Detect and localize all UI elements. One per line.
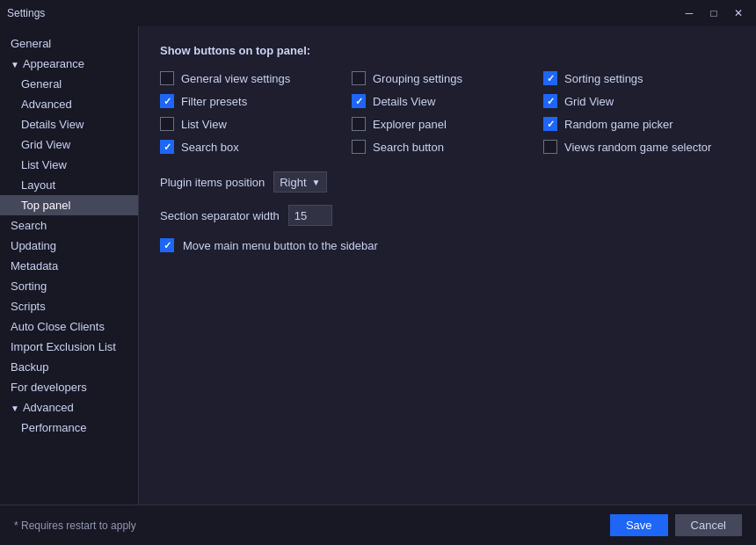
sidebar-item-appearance-general[interactable]: General	[0, 74, 138, 94]
sidebar: General▼AppearanceGeneralAdvancedDetails…	[0, 26, 139, 505]
checkbox-item-explorer-panel[interactable]: Explorer panel	[352, 117, 543, 131]
checkbox-details-view[interactable]	[352, 94, 366, 108]
sidebar-item-scripts[interactable]: Scripts	[0, 296, 138, 316]
sidebar-item-sorting[interactable]: Sorting	[0, 276, 138, 296]
checkbox-list-view[interactable]	[160, 117, 174, 131]
checkbox-explorer-panel[interactable]	[352, 117, 366, 131]
plugin-items-label: Plugin items position	[160, 176, 265, 189]
save-button[interactable]: Save	[610, 514, 668, 536]
checkbox-label-grouping-settings: Grouping settings	[373, 72, 462, 85]
checkbox-label-general-view-settings: General view settings	[181, 72, 290, 85]
sidebar-item-updating[interactable]: Updating	[0, 236, 138, 256]
checkbox-item-sorting-settings[interactable]: Sorting settings	[543, 71, 735, 85]
sidebar-item-backup[interactable]: Backup	[0, 357, 138, 377]
checkbox-search-box[interactable]	[160, 140, 174, 154]
close-button[interactable]: ✕	[728, 4, 749, 22]
checkbox-item-search-box[interactable]: Search box	[160, 140, 352, 154]
checkbox-label-list-view: List View	[181, 118, 227, 131]
checkbox-label-explorer-panel: Explorer panel	[373, 118, 447, 131]
checkbox-label-grid-view: Grid View	[564, 95, 614, 108]
checkbox-label-random-game-picker: Random game picker	[564, 118, 673, 131]
sidebar-item-importexclusion[interactable]: Import Exclusion List	[0, 337, 138, 357]
bottom-buttons: Save Cancel	[610, 514, 742, 536]
checkbox-sorting-settings[interactable]	[543, 71, 557, 85]
checkbox-item-search-button[interactable]: Search button	[352, 140, 543, 154]
sidebar-item-advanced-performance[interactable]: Performance	[0, 418, 138, 438]
checkbox-item-details-view[interactable]: Details View	[352, 94, 543, 108]
dropdown-arrow-icon: ▼	[312, 178, 321, 187]
checkbox-label-details-view: Details View	[373, 95, 435, 108]
minimize-button[interactable]: ─	[679, 4, 700, 22]
section-title: Show buttons on top panel:	[160, 44, 735, 57]
checkbox-views-random-game-selector[interactable]	[543, 140, 557, 154]
plugin-items-value: Right	[280, 176, 306, 189]
bottom-bar: * Requires restart to apply Save Cancel	[0, 505, 756, 545]
maximize-button[interactable]: □	[703, 4, 724, 22]
checkbox-label-views-random-game-selector: Views random game selector	[564, 141, 711, 154]
sidebar-item-appearance-grid[interactable]: Grid View	[0, 134, 138, 155]
title-bar-controls: ─ □ ✕	[679, 4, 749, 22]
checkboxes-grid: General view settingsGrouping settingsSo…	[160, 71, 735, 154]
checkbox-general-view-settings[interactable]	[160, 71, 174, 85]
checkbox-item-grouping-settings[interactable]: Grouping settings	[352, 71, 543, 85]
checkbox-item-list-view[interactable]: List View	[160, 117, 352, 131]
checkbox-grouping-settings[interactable]	[352, 71, 366, 85]
checkbox-label-search-box: Search box	[181, 141, 239, 154]
title-bar-title: Settings	[7, 7, 45, 19]
title-bar: Settings ─ □ ✕	[0, 0, 756, 26]
checkbox-item-views-random-game-selector[interactable]: Views random game selector	[543, 140, 735, 154]
sidebar-item-fordevelopers[interactable]: For developers	[0, 377, 138, 397]
section-separator-label: Section separator width	[160, 209, 280, 222]
sidebar-item-appearance-advanced[interactable]: Advanced	[0, 94, 138, 114]
move-main-menu-label: Move main menu button to the sidebar	[183, 239, 378, 252]
checkbox-item-grid-view[interactable]: Grid View	[543, 94, 735, 108]
section-separator-row: Section separator width	[160, 205, 735, 226]
sidebar-item-appearance-details[interactable]: Details View	[0, 114, 138, 134]
checkbox-filter-presets[interactable]	[160, 94, 174, 108]
checkbox-search-button[interactable]	[352, 140, 366, 154]
checkbox-item-random-game-picker[interactable]: Random game picker	[543, 117, 735, 131]
checkbox-label-search-button: Search button	[373, 141, 444, 154]
sidebar-item-general[interactable]: General	[0, 33, 138, 54]
arrow-icon: ▼	[11, 60, 19, 69]
checkbox-grid-view[interactable]	[543, 94, 557, 108]
checkbox-label-filter-presets: Filter presets	[181, 95, 247, 108]
sidebar-item-autoclients[interactable]: Auto Close Clients	[0, 316, 138, 337]
sidebar-item-appearance[interactable]: ▼Appearance	[0, 54, 138, 74]
checkbox-item-filter-presets[interactable]: Filter presets	[160, 94, 352, 108]
section-separator-input[interactable]	[288, 205, 332, 226]
cancel-button[interactable]: Cancel	[675, 514, 742, 536]
checkbox-random-game-picker[interactable]	[543, 117, 557, 131]
restart-note: * Requires restart to apply	[14, 520, 136, 532]
sidebar-item-advanced[interactable]: ▼Advanced	[0, 397, 138, 418]
arrow-icon: ▼	[11, 403, 19, 413]
checkbox-label-sorting-settings: Sorting settings	[564, 72, 643, 85]
sidebar-item-appearance-layout[interactable]: Layout	[0, 175, 138, 195]
sidebar-item-appearance-toppanel[interactable]: Top panel	[0, 195, 138, 215]
plugin-items-row: Plugin items position Right ▼	[160, 171, 735, 193]
sidebar-item-search[interactable]: Search	[0, 215, 138, 236]
content-area: Show buttons on top panel: General view …	[139, 26, 756, 505]
move-main-menu-checkbox[interactable]	[160, 238, 174, 252]
checkbox-item-general-view-settings[interactable]: General view settings	[160, 71, 352, 85]
move-main-menu-row[interactable]: Move main menu button to the sidebar	[160, 238, 735, 252]
sidebar-item-metadata[interactable]: Metadata	[0, 256, 138, 276]
plugin-items-dropdown[interactable]: Right ▼	[273, 171, 326, 193]
sidebar-item-appearance-list[interactable]: List View	[0, 155, 138, 175]
